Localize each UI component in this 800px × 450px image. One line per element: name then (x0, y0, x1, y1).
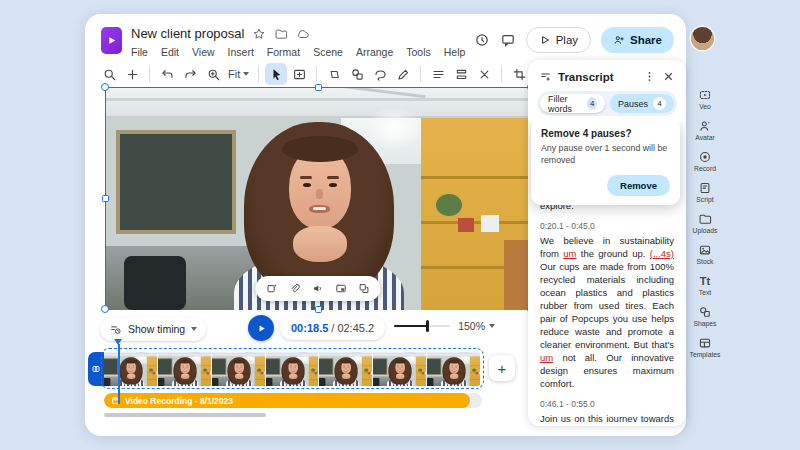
menu-tools[interactable]: Tools (406, 46, 431, 58)
resize-handle-left[interactable] (102, 195, 109, 202)
effects-icon[interactable] (266, 282, 279, 295)
rail-item-avatar[interactable]: Avatar (689, 119, 721, 141)
app-logo[interactable] (101, 27, 122, 54)
lasso-icon[interactable] (369, 63, 391, 85)
volume-icon[interactable] (312, 282, 325, 295)
resize-handle-bottom[interactable] (315, 306, 322, 313)
video-frame[interactable] (105, 87, 531, 309)
more-options-icon[interactable] (643, 70, 656, 83)
transcript-timestamp: 0:20.1 - 0:45.0 (540, 221, 674, 231)
clip-thumbnail[interactable] (319, 352, 373, 386)
pen-icon[interactable] (392, 63, 414, 85)
zoom-level-dropdown[interactable]: 150% (458, 320, 495, 332)
clip-thumbnail[interactable] (373, 352, 427, 386)
add-scene-label: + (498, 360, 507, 377)
rail-item-veo[interactable]: Veo (689, 88, 721, 110)
remove-button[interactable]: Remove (607, 175, 670, 196)
attach-icon[interactable] (289, 282, 302, 295)
scene-board (319, 359, 333, 375)
cloud-saved-icon[interactable] (296, 27, 310, 41)
crop-icon[interactable] (508, 63, 530, 85)
play-button-label: Play (556, 34, 578, 46)
text-box-icon[interactable] (288, 63, 310, 85)
audio-track: Video Recording - 8/1/2023 (104, 393, 482, 408)
zoom-slider[interactable] (394, 325, 450, 328)
rail-item-record[interactable]: Record (689, 150, 721, 172)
menu-file[interactable]: File (131, 46, 148, 58)
rail-item-uploads[interactable]: Uploads (689, 212, 721, 234)
timeline-play-button[interactable] (248, 315, 274, 341)
menu-arrange[interactable]: Arrange (356, 46, 393, 58)
mask-icon[interactable] (323, 63, 345, 85)
scene-nose (316, 189, 323, 199)
rail-item-templates[interactable]: Templates (689, 336, 721, 358)
clip-drag-handle[interactable] (88, 352, 104, 386)
clip-thumbnail[interactable] (104, 352, 158, 386)
pip-icon[interactable] (335, 282, 348, 295)
add-scene-button[interactable]: + (489, 355, 515, 381)
clear-format-icon[interactable] (473, 63, 495, 85)
scene-chair (319, 378, 325, 386)
video-track-clip[interactable] (104, 352, 481, 386)
chip-filler-words[interactable]: Filler words 4 (540, 94, 605, 113)
border-lines-icon[interactable] (427, 63, 449, 85)
popup-title: Remove 4 pauses? (541, 128, 670, 139)
timeline-scrollbar[interactable] (104, 413, 266, 417)
filler-word[interactable]: um (540, 352, 553, 363)
select-icon[interactable] (265, 63, 287, 85)
resize-handle-top[interactable] (315, 84, 322, 91)
zoom-in-icon[interactable] (121, 63, 143, 85)
scene-hands (181, 373, 189, 379)
shapes-icon[interactable] (346, 63, 368, 85)
title-row: New client proposal (131, 26, 310, 41)
transcript-paragraph[interactable]: Join us on this journey towards a more s… (540, 412, 674, 422)
menu-scene[interactable]: Scene (313, 46, 343, 58)
transcript-filter-chips: Filler words 4 Pauses 4 (537, 91, 677, 116)
move-folder-icon[interactable] (274, 27, 288, 41)
menu-format[interactable]: Format (267, 46, 300, 58)
zoom-icon[interactable] (98, 63, 120, 85)
menu-view[interactable]: View (192, 46, 215, 58)
zoom-slider-thumb[interactable] (426, 320, 429, 332)
rail-item-stock[interactable]: Stock (689, 243, 721, 265)
resize-handle-bottom-left[interactable] (101, 305, 109, 313)
undo-icon[interactable] (156, 63, 178, 85)
comments-icon[interactable] (500, 32, 516, 48)
rail-item-shapes[interactable]: Shapes (689, 305, 721, 327)
version-history-icon[interactable] (474, 32, 490, 48)
time-separator: / (331, 322, 334, 334)
clip-thumbnail[interactable] (212, 352, 266, 386)
play-button[interactable]: Play (526, 27, 591, 53)
distribute-icon[interactable] (450, 63, 472, 85)
clip-thumbnail[interactable] (427, 352, 481, 386)
resize-handle-top-left[interactable] (101, 83, 109, 91)
chip-count-badge: 4 (653, 97, 666, 110)
chip-pauses[interactable]: Pauses 4 (610, 94, 674, 113)
star-icon[interactable] (252, 27, 266, 41)
close-icon[interactable] (662, 70, 675, 83)
transcript-paragraph[interactable]: We believe in sustainability from um the… (540, 234, 674, 390)
scene-eyer (294, 367, 295, 368)
user-avatar[interactable] (691, 27, 714, 50)
show-timing-button[interactable]: Show timing (100, 317, 206, 341)
clip-thumbnail[interactable] (158, 352, 212, 386)
toolbar-separator (420, 66, 421, 82)
scene-eyer (240, 367, 241, 368)
redo-icon[interactable] (179, 63, 201, 85)
menu-help[interactable]: Help (444, 46, 466, 58)
filler-word[interactable]: um (563, 248, 576, 259)
menu-edit[interactable]: Edit (161, 46, 179, 58)
menu-insert[interactable]: Insert (228, 46, 254, 58)
zoom-selection-icon[interactable] (202, 63, 224, 85)
filler-word[interactable]: (...4s) (650, 248, 674, 259)
remove-pauses-popup: Remove 4 pauses? Any pause over 1 second… (531, 122, 680, 205)
rail-item-text[interactable]: TtText (689, 274, 721, 296)
style-icon[interactable] (358, 282, 371, 295)
document-title[interactable]: New client proposal (131, 26, 244, 41)
share-button[interactable]: Share (601, 27, 674, 53)
clip-thumbnail[interactable] (266, 352, 320, 386)
fit-dropdown[interactable]: Fit (225, 68, 252, 80)
playhead[interactable] (118, 344, 120, 404)
rail-item-script[interactable]: Script (689, 181, 721, 203)
audio-clip[interactable]: Video Recording - 8/1/2023 (104, 393, 470, 408)
